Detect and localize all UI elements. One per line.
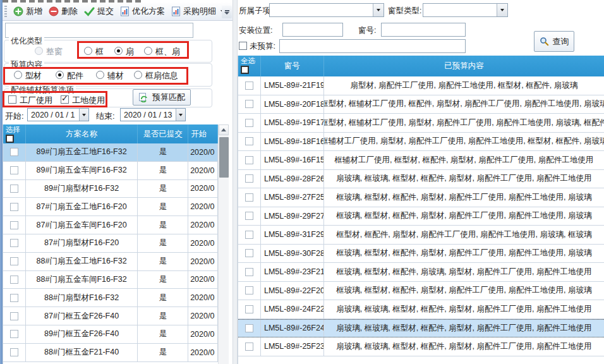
unbudgeted-checkbox[interactable] <box>239 42 247 50</box>
window-no-input[interactable] <box>381 23 466 37</box>
radio-sash[interactable] <box>114 47 123 55</box>
radio-auxiliary[interactable] <box>96 71 104 79</box>
window-table-row[interactable]: LM5L-89#-27F25框玻璃, 框型材, 框配件, 扇型材, 扇配件工厂使… <box>238 188 604 207</box>
date-end-picker[interactable]: 2020 / 01 / 13 <box>120 108 186 121</box>
row-checkbox[interactable] <box>245 82 253 90</box>
plan-table-row[interactable]: 88#门框五金F21-F40是2020/0 <box>3 344 218 362</box>
submit-button[interactable]: 提交 <box>81 4 117 18</box>
install-pos-input[interactable] <box>282 23 343 37</box>
row-checkbox[interactable] <box>10 276 18 284</box>
row-checkbox[interactable] <box>245 324 253 332</box>
window-table-row[interactable]: LM5L-89#-26F24扇玻璃, 框玻璃, 框型材, 框配件, 扇型材, 扇… <box>238 319 604 338</box>
row-checkbox[interactable] <box>245 305 253 313</box>
row-checkbox[interactable] <box>10 185 18 193</box>
window-table-row[interactable]: LM5L-89#-23F21框玻璃, 框型材, 框配件, 扇玻璃, 扇型材, 扇… <box>238 263 604 282</box>
query-button[interactable]: 查询 <box>534 31 574 52</box>
plan-table-row[interactable]: 89#门扇型材F16-F32是2020/0 <box>3 180 218 198</box>
plan-table-scrollbar[interactable] <box>218 124 229 364</box>
plan-table-row[interactable]: 87#门扇型材F16-F20是2020/0 <box>3 234 218 253</box>
row-checkbox[interactable] <box>245 100 253 108</box>
window-table-row[interactable]: LM5L-89#-25F23扇玻璃, 框玻璃, 框型材, 框配件, 扇型材, 扇… <box>238 337 604 356</box>
combo-dropdown-button[interactable] <box>497 4 507 16</box>
plan-table-body: 89#门扇五金工地F16-F32是2020/089#门扇五金车间F16-F32是… <box>3 143 218 362</box>
radio-frame[interactable] <box>84 47 92 55</box>
chevron-down-icon <box>179 114 183 116</box>
scrollbar-thumb[interactable] <box>219 137 229 178</box>
sub-item-combo[interactable] <box>269 3 384 17</box>
radio-whole-window[interactable] <box>35 47 43 55</box>
row-checkbox[interactable] <box>10 348 18 356</box>
window-table-row[interactable]: LM5L-89#-16F15框辅材工厂使用, 框型材, 框配件, 扇型材, 扇配… <box>238 151 604 170</box>
window-table-row[interactable]: LM5L-89#-30F28框玻璃, 框型材, 框配件, 扇型材, 扇配件工厂使… <box>238 245 604 264</box>
window-table-row[interactable]: LM5L-89#-21F19扇型材, 扇配件工厂使用, 扇配件工地使用, 框型材… <box>238 76 604 95</box>
radio-frame-sash-info-label: 框扇信息 <box>145 70 178 82</box>
radio-frame-sash-info[interactable] <box>134 71 142 79</box>
combo-dropdown-button[interactable] <box>373 4 384 16</box>
window-table-row[interactable]: LM5L-89#-19F17框型材, 框辅材工厂使用, 扇型材, 扇配件工厂使用… <box>238 114 604 133</box>
window-table-row[interactable]: LM5L-89#-22F20框玻璃, 框型材, 框配件, 扇型材, 扇配件工厂使… <box>238 282 604 301</box>
row-checkbox[interactable] <box>10 166 18 174</box>
row-checkbox[interactable] <box>245 268 253 276</box>
checkbox-site-use-label: 工地使用 <box>72 95 105 106</box>
row-checkbox[interactable] <box>245 212 253 220</box>
radio-frame-sash[interactable] <box>144 47 152 55</box>
scroll-up-button[interactable] <box>219 124 229 135</box>
row-checkbox[interactable] <box>245 343 253 351</box>
unbudgeted-input[interactable] <box>279 39 466 53</box>
date-start-dropdown-button[interactable] <box>79 109 88 121</box>
row-checkbox[interactable] <box>10 294 18 302</box>
plan-table-row[interactable]: 89#门框五金F26-F40是2020/0 <box>3 325 218 344</box>
row-checkbox[interactable] <box>245 249 253 257</box>
row-checkbox[interactable] <box>245 119 253 127</box>
window-type-combo[interactable] <box>423 3 508 17</box>
plan-row-submitted: 是 <box>138 198 188 215</box>
window-table-row[interactable]: LM5L-89#-18F16框辅材工厂使用, 扇型材, 扇配件工厂使用, 扇配件… <box>238 133 604 152</box>
row-checkbox[interactable] <box>245 156 253 164</box>
plan-table-row[interactable]: 88#门扇五金工地F16-F32是2020/0 <box>3 253 218 271</box>
window-table-row[interactable]: LM5L-89#-20F18框型材, 框辅材工厂使用, 框配件, 扇型材, 扇配… <box>238 95 604 114</box>
window-row-no: LM5L-89#-19F17 <box>261 114 324 132</box>
row-checkbox[interactable] <box>10 330 18 338</box>
row-checkbox[interactable] <box>245 231 253 239</box>
add-button[interactable]: 新增 <box>10 4 45 18</box>
checkbox-factory-use[interactable] <box>8 95 16 104</box>
date-end-dropdown-button[interactable] <box>176 109 185 121</box>
row-checkbox[interactable] <box>245 193 253 202</box>
plan-table-row[interactable]: 88#门扇型材F16-F32是2020/0 <box>3 289 218 307</box>
row-checkbox[interactable] <box>245 137 253 145</box>
row-checkbox[interactable] <box>10 148 18 156</box>
window-table-row[interactable]: LM5L-89#-24F22扇玻璃, 框玻璃, 框型材, 框配件, 扇型材, 扇… <box>238 300 604 319</box>
toolbar-overflow-button[interactable] <box>222 6 232 18</box>
row-checkbox[interactable] <box>10 221 18 229</box>
window-no-label: 窗号: <box>358 25 376 36</box>
row-checkbox[interactable] <box>10 239 18 247</box>
row-checkbox[interactable] <box>10 257 18 265</box>
window-table-row[interactable]: LM5L-89#-28F26扇玻璃, 框玻璃, 框型材, 框配件, 扇型材, 扇… <box>238 170 604 189</box>
radio-fittings[interactable] <box>56 71 64 79</box>
select-all-checkbox[interactable] <box>241 66 249 74</box>
plan-table-row[interactable]: 89#门扇五金工地F16-F32是2020/0 <box>3 143 218 162</box>
window-table-row[interactable]: LM5L-89#-31F29框型材, 框配件, 扇型材, 扇配件工厂使用, 扇配… <box>238 226 604 245</box>
radio-profile[interactable] <box>14 71 22 79</box>
select-all-checkbox[interactable] <box>6 135 14 143</box>
plan-table-row[interactable]: 87#门框五金F26-F40是2020/0 <box>3 307 218 325</box>
plan-table-row[interactable]: 88#门扇五金车间F16-F32是2020/0 <box>3 271 218 289</box>
checkbox-site-use[interactable]: ✓ <box>61 95 69 104</box>
row-checkbox[interactable] <box>245 286 253 294</box>
row-checkbox[interactable] <box>245 174 253 183</box>
purchase-detail-button[interactable]: 采购明细 <box>168 4 229 18</box>
budget-match-button[interactable]: 预算匹配 <box>133 89 191 106</box>
plan-table-row[interactable]: 87#门扇五金车间F16-F20是2020/0 <box>3 216 218 234</box>
window-table-row[interactable]: LM5L-89#-29F27框玻璃, 框型材, 框配件, 扇型材, 扇配件工厂使… <box>238 207 604 226</box>
toolbar-grip[interactable] <box>4 6 7 17</box>
plan-table-row[interactable]: 89#门扇五金车间F16-F32是2020/0 <box>3 162 218 180</box>
row-checkbox[interactable] <box>10 312 18 320</box>
row-checkbox[interactable] <box>10 203 18 211</box>
plan-table-row[interactable]: 87#门扇五金工地F16-F20是2020/0 <box>3 198 218 216</box>
window-table-body: LM5L-89#-21F19扇型材, 扇配件工厂使用, 扇配件工地使用, 框型材… <box>238 76 604 356</box>
optimize-plan-button[interactable]: 优化方案 <box>117 4 168 18</box>
date-start-picker[interactable]: 2020 / 01 / 1 <box>27 108 89 121</box>
delete-button[interactable]: 删除 <box>45 4 81 18</box>
window-row-select-cell <box>238 300 261 318</box>
panel-splitter[interactable] <box>233 0 238 364</box>
